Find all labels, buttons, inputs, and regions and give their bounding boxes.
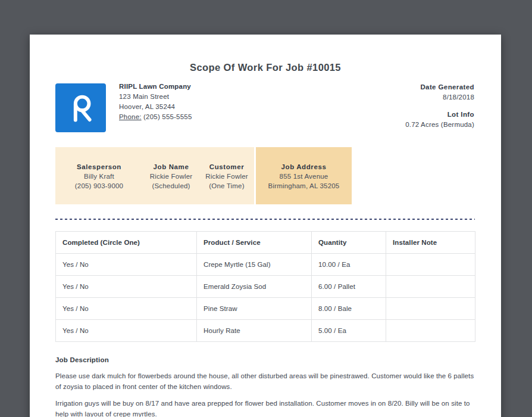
date-generated-value: 8/18/2018 [405, 92, 474, 102]
job-address-label: Job Address [256, 162, 352, 172]
table-row: Yes / No Crepe Myrtle (15 Gal) 10.00 / E… [56, 254, 475, 276]
cell-installer-note [386, 298, 475, 320]
cell-quantity: 10.00 / Ea [312, 254, 386, 276]
job-description-paragraph: Irrigation guys will be buy on 8/17 and … [55, 398, 475, 417]
job-name-value: Rickie Fowler [143, 172, 199, 181]
table-header-row: Completed (Circle One) Product / Service… [56, 232, 475, 254]
company-phone: Phone: (205) 555-5555 [119, 112, 192, 122]
cell-product: Crepe Myrtle (15 Gal) [197, 254, 312, 276]
cell-installer-note [386, 254, 475, 276]
document-meta: Date Generated 8/18/2018 Lot Info 0.72 A… [405, 82, 474, 130]
header-quantity: Quantity [312, 232, 386, 254]
job-description-paragraph: Please use dark mulch for flowerbeds aro… [55, 371, 475, 392]
company-address-line2: Hoover, AL 35244 [119, 102, 192, 112]
document-backdrop: Scope Of Work For Job #10015 RIIPL Lawn … [0, 0, 532, 417]
customer-name: Rickie Fowler [199, 172, 254, 181]
customer-type: (One Time) [199, 181, 254, 191]
job-name-status: (Scheduled) [143, 181, 199, 191]
header-installer-note: Installer Note [386, 232, 475, 254]
cell-product: Emerald Zoysia Sod [197, 276, 312, 298]
phone-label: Phone: [119, 113, 142, 120]
header-completed: Completed (Circle One) [56, 232, 197, 254]
lot-info-label: Lot Info [405, 110, 474, 120]
table-row: Yes / No Emerald Zoysia Sod 6.00 / Palle… [56, 276, 475, 298]
dotted-divider [55, 219, 475, 220]
cell-quantity: 6.00 / Pallet [312, 276, 386, 298]
cell-installer-note [386, 320, 475, 342]
products-table: Completed (Circle One) Product / Service… [55, 231, 475, 342]
cell-quantity: 5.00 / Ea [312, 320, 386, 342]
company-info: RIIPL Lawn Company 123 Main Street Hoove… [119, 82, 192, 122]
job-address-column: Job Address 855 1st Avenue Birmingham, A… [256, 147, 352, 204]
company-logo [55, 83, 106, 132]
cell-product: Hourly Rate [197, 320, 312, 342]
salesperson-phone: (205) 903-9000 [55, 181, 143, 191]
salesperson-label: Salesperson [55, 162, 143, 172]
salesperson-name: Billy Kraft [55, 172, 143, 181]
job-description-heading: Job Description [55, 356, 109, 363]
job-info-cream-section: Salesperson Billy Kraft (205) 903-9000 J… [55, 147, 254, 204]
cell-product: Pine Straw [197, 298, 312, 320]
table-row: Yes / No Pine Straw 8.00 / Bale [56, 298, 475, 320]
company-name: RIIPL Lawn Company [119, 82, 192, 92]
job-info-band: Salesperson Billy Kraft (205) 903-9000 J… [55, 147, 352, 204]
cell-quantity: 8.00 / Bale [312, 298, 386, 320]
cell-completed: Yes / No [56, 276, 197, 298]
r-logo-icon [65, 91, 97, 125]
company-address-line1: 123 Main Street [119, 92, 192, 102]
job-name-column: Job Name Rickie Fowler (Scheduled) [143, 162, 199, 204]
date-generated-label: Date Generated [405, 82, 474, 92]
table-row: Yes / No Hourly Rate 5.00 / Ea [56, 320, 475, 342]
cell-completed: Yes / No [56, 254, 197, 276]
job-name-label: Job Name [143, 162, 199, 172]
lot-info-value: 0.72 Acres (Bermuda) [405, 120, 474, 130]
phone-value: (205) 555-5555 [143, 113, 192, 120]
customer-column: Customer Rickie Fowler (One Time) [199, 162, 254, 204]
job-address-street: 855 1st Avenue [256, 172, 352, 181]
cell-installer-note [386, 276, 475, 298]
salesperson-column: Salesperson Billy Kraft (205) 903-9000 [55, 162, 143, 204]
document-title: Scope Of Work For Job #10015 [30, 62, 501, 73]
cell-completed: Yes / No [56, 298, 197, 320]
document-page: Scope Of Work For Job #10015 RIIPL Lawn … [30, 35, 501, 417]
cell-completed: Yes / No [56, 320, 197, 342]
header-product-service: Product / Service [197, 232, 312, 254]
meta-spacer [405, 102, 474, 110]
job-address-city: Birmingham, AL 35205 [256, 181, 352, 191]
customer-label: Customer [199, 162, 254, 172]
